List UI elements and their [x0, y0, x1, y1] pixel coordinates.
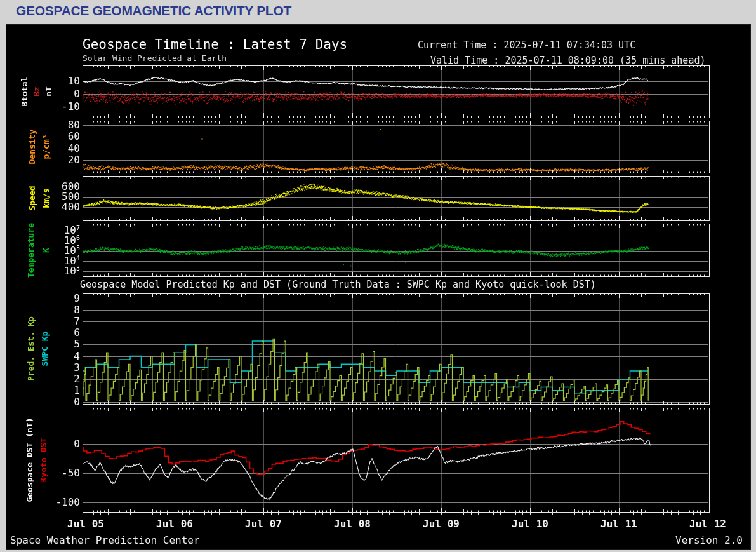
y-tick-label: 0 [74, 396, 80, 408]
y-tick-label: 9 [74, 292, 80, 305]
y-tick-label: 6 [74, 326, 80, 339]
axis-labels-layer: 100-10BtotalBznT80604020Densityp/cm³6005… [6, 25, 750, 549]
y-tick-label: 2 [74, 373, 80, 386]
panel-axis-label: Geospace DST (nT) [25, 417, 34, 502]
y-tick-label: 0 [74, 438, 80, 450]
panel-axis-label: Temperature [26, 222, 36, 277]
y-tick-label: -10 [62, 100, 80, 113]
x-tick-label: Jul 10 [498, 518, 562, 530]
panel-axis-label: Pred. Est. Kp [26, 316, 36, 381]
panel-axis-label: SWPC Kp [40, 332, 50, 367]
panel-axis-label: nT [44, 86, 53, 97]
y-tick-label: -50 [62, 467, 80, 480]
page-title: GEOSPACE GEOMAGNETIC ACTIVITY PLOT [16, 3, 291, 18]
y-tick-label: 80 [68, 119, 80, 131]
x-tick-label: Jul 11 [587, 518, 651, 530]
y-tick-label: 4 [74, 350, 80, 363]
panel-axis-label: Speed [27, 185, 37, 210]
geospace-activity-plot: Geospace Timeline : Latest 7 Days Solar … [6, 24, 751, 550]
x-tick-label: Jul 12 [676, 518, 739, 530]
page: { "page": { "header_title": "GEOSPACE GE… [0, 0, 756, 552]
x-tick-label: Jul 07 [232, 518, 295, 530]
y-tick-label: 1 [74, 384, 80, 397]
y-tick-label: 40 [68, 142, 80, 155]
x-tick-label: Jul 08 [321, 518, 384, 530]
panel-axis-label: Btotal [20, 77, 29, 107]
y-tick-label: 103 [64, 265, 80, 278]
x-tick-label: Jul 09 [409, 518, 473, 530]
panel-axis-label: Density [27, 130, 37, 165]
panel-axis-label: Bz [32, 86, 41, 97]
y-tick-label: -100 [55, 496, 80, 509]
x-tick-label: Jul 06 [143, 518, 206, 530]
panel-axis-label: km/s [41, 188, 51, 208]
y-tick-label: 5 [74, 338, 80, 351]
y-tick-label: 8 [74, 304, 80, 316]
y-tick-label: 60 [68, 130, 80, 143]
y-tick-label: 10 [68, 75, 80, 88]
panel-axis-label: K [41, 248, 51, 253]
y-tick-label: 0 [74, 88, 80, 100]
y-tick-label: 7 [74, 315, 80, 328]
x-tick-label: Jul 05 [54, 518, 117, 530]
y-tick-label: 400 [62, 201, 80, 213]
panel-axis-label: Kyoto DST [39, 438, 48, 482]
y-tick-label: 20 [68, 154, 80, 166]
y-tick-label: 3 [74, 361, 80, 374]
panel-axis-label: p/cm³ [41, 134, 51, 159]
